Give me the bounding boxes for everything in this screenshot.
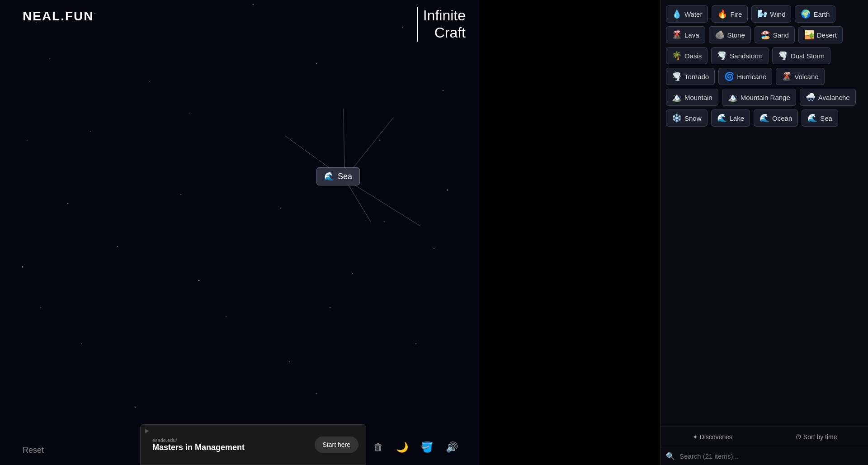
desert-label: Desert xyxy=(817,31,837,39)
discoveries-tab[interactable]: ✦ Discoveries xyxy=(660,427,764,447)
lava-label: Lava xyxy=(684,31,699,39)
svg-point-8 xyxy=(27,140,28,141)
element-chip-sea[interactable]: 🌊Sea xyxy=(802,109,838,127)
game-title: Infinite Craft xyxy=(417,7,466,42)
sort-tab[interactable]: ⏱ Sort by time xyxy=(764,427,868,447)
element-chip-earth[interactable]: 🌍Earth xyxy=(795,5,835,23)
avalanche-emoji: 🌨️ xyxy=(806,92,816,102)
element-chip-hurricane[interactable]: 🌀Hurricane xyxy=(718,68,772,85)
element-chip-lake[interactable]: 🌊Lake xyxy=(711,109,750,127)
svg-point-29 xyxy=(447,190,448,191)
svg-line-34 xyxy=(344,179,420,226)
fire-emoji: 🔥 xyxy=(717,9,727,19)
element-chip-fire[interactable]: 🔥Fire xyxy=(712,5,748,23)
tornado-emoji: 🌪️ xyxy=(672,71,682,81)
avalanche-label: Avalanche xyxy=(818,94,850,101)
svg-point-10 xyxy=(316,63,317,64)
element-chip-sandstorm[interactable]: 🌪️Sandstorm xyxy=(711,47,769,64)
volcano-emoji: 🌋 xyxy=(782,71,792,81)
element-chip-tornado[interactable]: 🌪️Tornado xyxy=(666,68,715,85)
tornado-label: Tornado xyxy=(684,73,709,81)
element-chip-avalanche[interactable]: 🌨️Avalanche xyxy=(800,89,856,106)
svg-point-17 xyxy=(117,246,118,247)
element-chip-sand[interactable]: 🏖️Sand xyxy=(755,26,795,43)
sea-element-emoji: 🌊 xyxy=(324,171,334,181)
panel-tabs: ✦ Discoveries ⏱ Sort by time xyxy=(660,427,868,447)
search-input[interactable] xyxy=(679,452,863,460)
desert-emoji: 🏜️ xyxy=(804,30,814,40)
hurricane-emoji: 🌀 xyxy=(724,71,734,81)
element-chip-lava[interactable]: 🌋Lava xyxy=(666,26,705,43)
sound-icon[interactable]: 🔊 xyxy=(443,439,461,456)
trash-icon[interactable]: 🗑 xyxy=(371,439,386,456)
oasis-emoji: 🌴 xyxy=(672,51,682,61)
connection-lines xyxy=(0,0,479,465)
search-bar: 🔍 xyxy=(660,447,868,465)
svg-point-27 xyxy=(316,393,317,394)
svg-point-19 xyxy=(434,248,434,249)
element-chip-snow[interactable]: ❄️Snow xyxy=(666,109,708,127)
svg-point-13 xyxy=(180,194,181,195)
stone-label: Stone xyxy=(727,31,745,39)
stars-background xyxy=(0,0,479,465)
fire-label: Fire xyxy=(730,10,742,18)
sand-emoji: 🏖️ xyxy=(760,30,770,40)
svg-point-21 xyxy=(226,316,226,317)
ad-text: esade.edu/ Masters in Management xyxy=(152,437,307,452)
canvas-element-sea[interactable]: 🌊 Sea xyxy=(316,167,360,185)
svg-point-12 xyxy=(67,203,69,204)
right-panel: 💧Water🔥Fire🌬️Wind🌍Earth🌋Lava🪨Stone🏖️Sand… xyxy=(660,0,868,465)
element-chip-oasis[interactable]: 🌴Oasis xyxy=(666,47,708,64)
mountain-range-label: Mountain Range xyxy=(741,94,790,101)
element-chip-wind[interactable]: 🌬️Wind xyxy=(751,5,791,23)
element-chip-ocean[interactable]: 🌊Ocean xyxy=(754,109,798,127)
element-chip-water[interactable]: 💧Water xyxy=(666,5,708,23)
svg-point-20 xyxy=(40,307,42,308)
ad-source: esade.edu/ xyxy=(152,437,307,443)
search-icon: 🔍 xyxy=(666,452,675,460)
dust-storm-label: Dust Storm xyxy=(791,52,825,60)
ad-cta-button[interactable]: Start here xyxy=(315,437,359,453)
mountain-label: Mountain xyxy=(684,94,712,101)
oasis-label: Oasis xyxy=(684,52,702,60)
svg-point-5 xyxy=(402,27,403,28)
elements-grid: 💧Water🔥Fire🌬️Wind🌍Earth🌋Lava🪨Stone🏖️Sand… xyxy=(660,0,868,427)
site-logo: NEAL.FUN xyxy=(23,9,94,24)
element-chip-volcano[interactable]: 🌋Volcano xyxy=(776,68,824,85)
water-emoji: 💧 xyxy=(672,9,682,19)
element-chip-stone[interactable]: 🪨Stone xyxy=(709,26,751,43)
snow-label: Snow xyxy=(684,114,702,122)
ad-headline: Masters in Management xyxy=(152,443,307,452)
wind-emoji: 🌬️ xyxy=(757,9,767,19)
element-chip-desert[interactable]: 🏜️Desert xyxy=(798,26,843,43)
dark-mode-icon[interactable]: 🌙 xyxy=(393,439,411,456)
sandstorm-emoji: 🌪️ xyxy=(717,51,727,61)
water-label: Water xyxy=(684,10,702,18)
brush-icon[interactable]: 🪣 xyxy=(418,439,436,456)
mountain-range-emoji: 🏔️ xyxy=(728,92,738,102)
reset-button[interactable]: Reset xyxy=(23,446,44,455)
hurricane-label: Hurricane xyxy=(737,73,766,81)
svg-point-24 xyxy=(289,361,290,362)
volcano-label: Volcano xyxy=(794,73,818,81)
svg-point-7 xyxy=(189,113,190,114)
svg-point-9 xyxy=(90,131,91,132)
svg-point-4 xyxy=(149,81,150,82)
ad-banner: ▶ esade.edu/ Masters in Management Start… xyxy=(140,424,366,465)
snow-emoji: ❄️ xyxy=(672,113,682,123)
svg-point-14 xyxy=(280,208,281,209)
svg-point-23 xyxy=(81,343,82,344)
svg-point-18 xyxy=(352,273,353,274)
bottom-toolbar: 🗑 🌙 🪣 🔊 xyxy=(371,439,461,456)
earth-label: Earth xyxy=(813,10,830,18)
sea-element-label: Sea xyxy=(338,172,352,181)
mountain-emoji: 🏔️ xyxy=(672,92,682,102)
element-chip-dust-storm[interactable]: 🌪️Dust Storm xyxy=(772,47,830,64)
canvas-area[interactable]: NEAL.FUN Infinite Craft 🌊 Sea Reset 🗑 🌙 … xyxy=(0,0,479,465)
stone-emoji: 🪨 xyxy=(715,30,725,40)
earth-emoji: 🌍 xyxy=(801,9,811,19)
ad-close-arrow: ▶ xyxy=(145,427,149,434)
element-chip-mountain-range[interactable]: 🏔️Mountain Range xyxy=(722,89,796,106)
element-chip-mountain[interactable]: 🏔️Mountain xyxy=(666,89,718,106)
sea-emoji: 🌊 xyxy=(807,113,817,123)
